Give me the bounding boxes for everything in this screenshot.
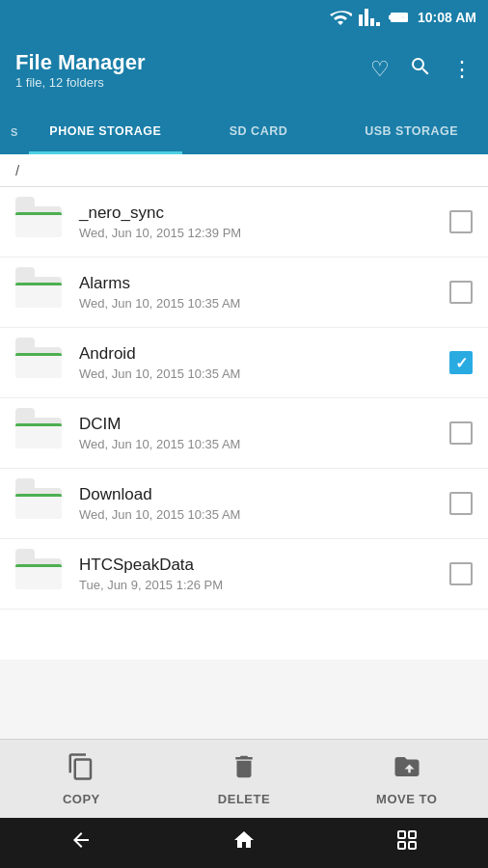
back-icon[interactable] <box>69 828 93 857</box>
heart-icon[interactable]: ♡ <box>370 57 390 82</box>
recents-icon[interactable] <box>395 828 419 857</box>
file-info: HTCSpeakData Tue, Jun 9, 2015 1:26 PM <box>79 556 449 592</box>
folder-icon <box>15 201 66 243</box>
delete-icon <box>230 752 258 788</box>
file-checkbox[interactable] <box>449 210 473 233</box>
file-name: Alarms <box>79 274 449 293</box>
breadcrumb: / <box>0 154 488 187</box>
list-item[interactable]: HTCSpeakData Tue, Jun 9, 2015 1:26 PM <box>0 539 488 610</box>
file-info: Download Wed, Jun 10, 2015 10:35 AM <box>79 485 449 522</box>
copy-label: COPY <box>63 792 100 806</box>
delete-button[interactable]: DELETE <box>163 743 326 816</box>
file-name: Android <box>79 344 449 364</box>
move-to-button[interactable]: MOVE TO <box>325 743 488 816</box>
nav-bar <box>0 818 488 868</box>
wifi-icon <box>329 6 352 29</box>
status-time: 10:08 AM <box>418 10 476 25</box>
battery-icon <box>387 6 410 29</box>
header: File Manager 1 file, 12 folders ♡ ⋮ <box>0 35 488 104</box>
breadcrumb-path: / <box>15 162 19 178</box>
tab-phone-label: PHONE STORAGE <box>49 124 161 138</box>
move-icon <box>393 752 421 788</box>
file-info: Alarms Wed, Jun 10, 2015 10:35 AM <box>79 274 449 311</box>
header-title-block: File Manager 1 file, 12 folders <box>15 50 145 90</box>
svg-rect-5 <box>409 842 416 849</box>
svg-rect-6 <box>398 842 405 849</box>
file-name: _nero_sync <box>79 203 449 223</box>
tab-usb-storage[interactable]: USB STORAGE <box>335 124 488 154</box>
tab-s-label: S <box>11 126 18 138</box>
list-item[interactable]: _nero_sync Wed, Jun 10, 2015 12:39 PM <box>0 187 488 258</box>
status-icons <box>329 6 410 29</box>
file-date: Wed, Jun 10, 2015 10:35 AM <box>79 296 449 311</box>
status-bar: 10:08 AM <box>0 0 488 35</box>
bottom-toolbar: COPY DELETE MOVE TO <box>0 739 488 818</box>
file-checkbox[interactable] <box>449 421 473 445</box>
list-item[interactable]: Android Wed, Jun 10, 2015 10:35 AM <box>0 328 488 398</box>
file-date: Tue, Jun 9, 2015 1:26 PM <box>79 578 449 592</box>
list-item[interactable]: Alarms Wed, Jun 10, 2015 10:35 AM <box>0 258 488 328</box>
list-item[interactable]: Download Wed, Jun 10, 2015 10:35 AM <box>0 469 488 539</box>
file-checkbox[interactable] <box>449 281 473 304</box>
app-subtitle: 1 file, 12 folders <box>15 75 145 90</box>
svg-rect-4 <box>409 831 416 838</box>
file-info: _nero_sync Wed, Jun 10, 2015 12:39 PM <box>79 203 449 240</box>
tabs: S PHONE STORAGE SD CARD USB STORAGE <box>0 104 488 154</box>
search-icon[interactable] <box>409 55 432 84</box>
file-checkbox[interactable] <box>449 492 473 515</box>
file-info: DCIM Wed, Jun 10, 2015 10:35 AM <box>79 415 449 451</box>
file-name: DCIM <box>79 415 449 434</box>
tab-sd-label: SD CARD <box>230 124 287 138</box>
file-date: Wed, Jun 10, 2015 10:35 AM <box>79 437 449 451</box>
home-icon[interactable] <box>232 828 256 857</box>
more-icon[interactable]: ⋮ <box>451 57 473 82</box>
file-info: Android Wed, Jun 10, 2015 10:35 AM <box>79 344 449 381</box>
header-icons: ♡ ⋮ <box>370 55 473 84</box>
svg-rect-3 <box>398 831 405 838</box>
tab-phone-storage[interactable]: PHONE STORAGE <box>29 124 182 154</box>
tab-sd-card[interactable]: SD CARD <box>182 124 336 154</box>
file-name: HTCSpeakData <box>79 556 449 575</box>
folder-icon <box>15 412 66 454</box>
folder-icon <box>15 553 66 595</box>
list-item[interactable]: DCIM Wed, Jun 10, 2015 10:35 AM <box>0 398 488 469</box>
app-title: File Manager <box>15 50 145 75</box>
file-checkbox[interactable] <box>449 562 473 585</box>
folder-icon <box>15 482 66 525</box>
file-date: Wed, Jun 10, 2015 10:35 AM <box>79 366 449 381</box>
copy-button[interactable]: COPY <box>0 743 163 816</box>
delete-label: DELETE <box>218 792 270 806</box>
tab-s[interactable]: S <box>0 126 29 154</box>
file-checkbox[interactable] <box>449 351 473 374</box>
svg-rect-2 <box>405 16 407 18</box>
file-date: Wed, Jun 10, 2015 12:39 PM <box>79 226 449 240</box>
tab-usb-label: USB STORAGE <box>365 124 458 138</box>
copy-icon <box>67 752 95 788</box>
signal-icon <box>358 6 381 29</box>
file-date: Wed, Jun 10, 2015 10:35 AM <box>79 507 449 522</box>
folder-icon <box>15 271 66 313</box>
folder-icon <box>15 341 66 384</box>
file-list: _nero_sync Wed, Jun 10, 2015 12:39 PM Al… <box>0 187 488 660</box>
svg-rect-1 <box>391 15 402 19</box>
move-to-label: MOVE TO <box>376 792 437 806</box>
file-name: Download <box>79 485 449 504</box>
